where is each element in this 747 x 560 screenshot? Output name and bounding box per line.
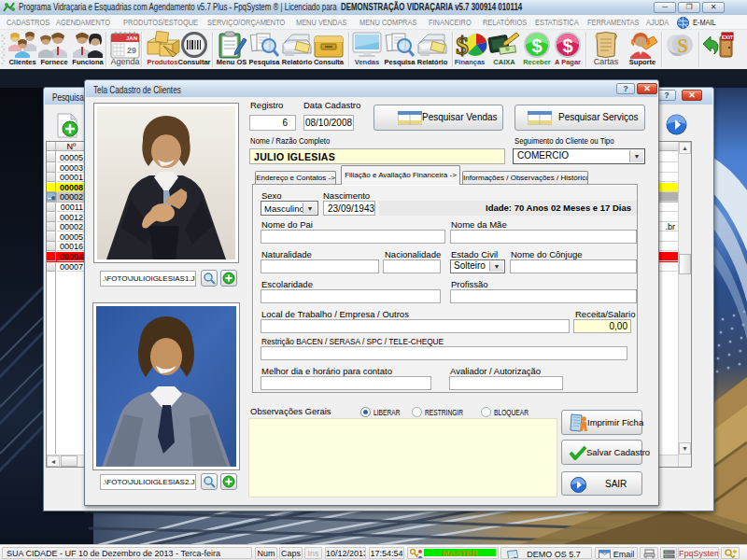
svg-text:29: 29	[127, 46, 136, 55]
svg-text:EXIT: EXIT	[722, 35, 734, 40]
svg-text:S: S	[677, 35, 687, 56]
svg-text:JAN: JAN	[126, 35, 137, 41]
svg-text:$: $	[562, 35, 572, 56]
svg-text:$: $	[531, 35, 542, 56]
svg-text:$: $	[456, 32, 469, 59]
